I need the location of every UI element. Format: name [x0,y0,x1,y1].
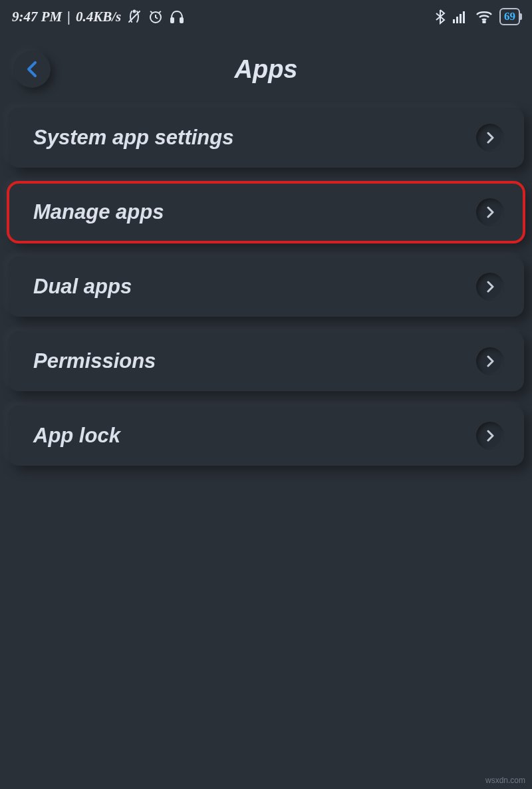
back-button[interactable] [13,51,51,88]
svg-rect-2 [171,18,174,23]
battery-indicator: 69 [499,8,520,25]
status-separator: | [67,9,70,25]
battery-level: 69 [504,10,515,23]
watermark: wsxdn.com [485,776,525,785]
menu-item-dual-apps[interactable]: Dual apps [8,257,524,317]
status-time: 9:47 PM [12,9,62,25]
menu-label: App lock [33,424,120,448]
chevron-right-icon [476,198,504,226]
svg-rect-7 [463,11,465,23]
bluetooth-icon [434,9,446,25]
chevron-right-icon [476,273,504,301]
menu-label: Manage apps [33,200,164,224]
header: Apps [0,31,532,108]
mute-icon [126,9,142,25]
svg-rect-6 [460,14,462,23]
headphones-icon [169,9,185,25]
menu-list: System app settings Manage apps Dual app… [0,108,532,466]
svg-rect-5 [456,17,458,23]
signal-icon [453,10,469,23]
alarm-icon [148,9,164,25]
menu-item-manage-apps[interactable]: Manage apps [8,182,524,242]
chevron-right-icon [476,347,504,375]
wifi-icon [475,10,493,23]
page-title: Apps [235,55,298,84]
menu-label: Permissions [33,349,156,373]
menu-label: System app settings [33,126,233,150]
chevron-right-icon [476,124,504,152]
status-bar: 9:47 PM | 0.4KB/s [0,0,532,31]
menu-label: Dual apps [33,275,132,299]
svg-point-8 [483,21,485,23]
status-right: 69 [434,8,520,25]
chevron-left-icon [25,60,39,79]
svg-point-0 [134,11,136,13]
status-speed: 0.4KB/s [76,9,121,25]
menu-item-permissions[interactable]: Permissions [8,331,524,391]
menu-item-app-lock[interactable]: App lock [8,406,524,466]
menu-item-system-app-settings[interactable]: System app settings [8,108,524,168]
chevron-right-icon [476,422,504,450]
svg-rect-3 [180,18,183,23]
svg-rect-4 [453,19,455,23]
status-left: 9:47 PM | 0.4KB/s [12,9,185,25]
